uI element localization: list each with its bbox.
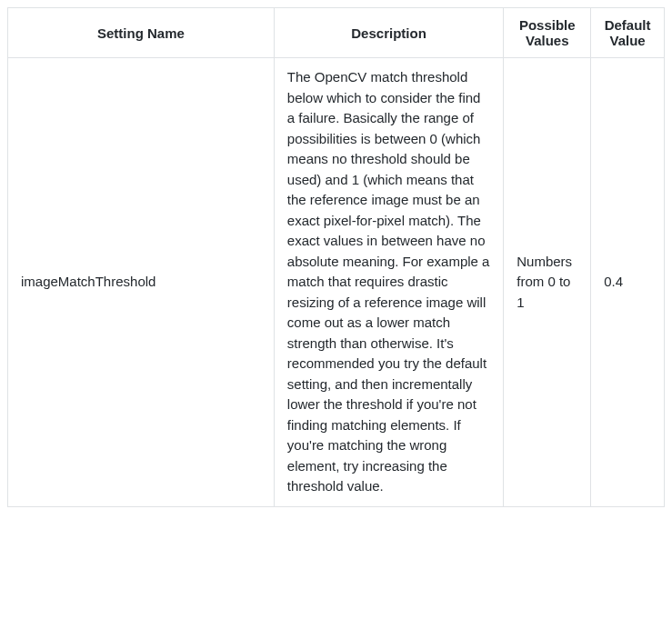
header-description: Description — [274, 8, 503, 58]
header-default-value: Default Value — [591, 8, 665, 58]
cell-default-value: 0.4 — [591, 58, 665, 507]
table-header-row: Setting Name Description Possible Values… — [8, 8, 665, 58]
cell-setting-name: imageMatchThreshold — [8, 58, 275, 507]
header-possible-values: Possible Values — [504, 8, 591, 58]
settings-table: Setting Name Description Possible Values… — [7, 7, 665, 507]
cell-possible-values: Numbers from 0 to 1 — [504, 58, 591, 507]
table-row: imageMatchThreshold The OpenCV match thr… — [8, 58, 665, 507]
cell-description: The OpenCV match threshold below which t… — [274, 58, 503, 507]
header-setting-name: Setting Name — [8, 8, 275, 58]
